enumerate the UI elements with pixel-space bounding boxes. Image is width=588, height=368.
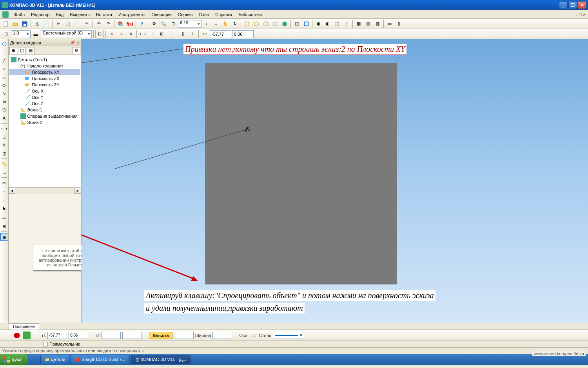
pin-icon[interactable]: 📌 bbox=[70, 40, 75, 45]
redo-icon[interactable]: ↷ bbox=[104, 20, 113, 28]
coord-y-input[interactable] bbox=[232, 30, 254, 38]
snap-mid-icon[interactable]: ⚬ bbox=[117, 30, 125, 38]
pan-icon[interactable]: ✋ bbox=[221, 20, 230, 28]
tree-axis-x[interactable]: Ось X bbox=[9, 88, 80, 94]
paste-icon[interactable]: 📄 bbox=[73, 20, 82, 28]
help-icon[interactable]: ? bbox=[138, 20, 146, 28]
apply-icon[interactable] bbox=[23, 332, 31, 339]
axis-toggle-icon[interactable]: ▢ bbox=[249, 331, 258, 340]
save-icon[interactable] bbox=[20, 20, 29, 28]
tree-tab-4[interactable]: ⚙ bbox=[73, 47, 80, 54]
circle-icon[interactable]: ○ bbox=[0, 65, 8, 73]
style-dropdown[interactable]: ▾ bbox=[273, 332, 304, 339]
view-shade-icon[interactable] bbox=[280, 20, 289, 28]
extend-icon[interactable]: → bbox=[0, 187, 8, 195]
menu-window[interactable]: Окно bbox=[196, 11, 212, 18]
tree-tab-2[interactable]: ◫ bbox=[18, 47, 26, 54]
scale-dropdown[interactable]: 1.0 bbox=[11, 30, 31, 38]
revolve-icon[interactable]: ◐ bbox=[323, 20, 332, 28]
undo-icon[interactable]: ↶ bbox=[94, 20, 103, 28]
input-t2y[interactable] bbox=[122, 332, 142, 339]
tree-sketch2[interactable]: 📐Эскиз:2 bbox=[9, 119, 80, 126]
constraint-icon[interactable]: ⊥ bbox=[0, 133, 8, 141]
library-icon[interactable]: 📚 bbox=[116, 20, 125, 28]
start-button[interactable]: пуск bbox=[0, 354, 28, 365]
close-button[interactable]: ✕ bbox=[578, 1, 586, 9]
rect-checkbox[interactable] bbox=[43, 342, 48, 346]
menu-select[interactable]: Выделить bbox=[67, 11, 93, 18]
tree-root[interactable]: Деталь (Тел-1) bbox=[9, 56, 80, 63]
orient-icon[interactable]: ◫ bbox=[292, 20, 301, 28]
extrude-icon[interactable]: ▣ bbox=[314, 20, 323, 28]
canvas[interactable]: Привязки нет,потому что ты строишь эскиз… bbox=[82, 39, 588, 323]
height-label[interactable]: Высота bbox=[149, 332, 172, 339]
menu-operations[interactable]: Операции bbox=[149, 11, 175, 18]
tool-a-icon[interactable]: ▦ bbox=[354, 20, 363, 28]
sketch-face[interactable] bbox=[205, 63, 397, 284]
fillet-icon[interactable]: ◟ bbox=[0, 195, 8, 203]
zoom-out-icon[interactable]: - bbox=[212, 20, 220, 28]
tool-e-icon[interactable]: ▯ bbox=[395, 20, 403, 28]
project-icon[interactable]: ▣ bbox=[0, 233, 8, 241]
coords-icon[interactable]: ⊹ bbox=[167, 30, 175, 38]
tool-c-icon[interactable]: ▥ bbox=[373, 20, 382, 28]
view-front-icon[interactable] bbox=[252, 20, 261, 28]
maximize-button[interactable]: ❐ bbox=[568, 1, 577, 9]
dim-panel-icon[interactable]: ⟷ bbox=[0, 125, 8, 133]
menu-help[interactable]: Справка bbox=[212, 11, 235, 18]
para-icon[interactable]: ∥ bbox=[179, 30, 187, 38]
menu-file[interactable]: Файл bbox=[11, 11, 28, 18]
cut-icon[interactable]: ✂ bbox=[54, 20, 63, 28]
tree-origin[interactable]: -(т) Начало координат bbox=[9, 63, 80, 69]
tree-axis-y[interactable]: Ось Y bbox=[9, 94, 80, 100]
rect-tab-label[interactable]: Прямоугольник bbox=[49, 342, 80, 346]
input-t1x[interactable] bbox=[47, 332, 67, 339]
input-t2x[interactable] bbox=[101, 332, 121, 339]
tree-plane-zy[interactable]: Плоскость ZY bbox=[9, 82, 80, 88]
mirror-icon[interactable]: ⇔ bbox=[0, 214, 8, 222]
tree-scrollbar[interactable]: ◄► bbox=[9, 187, 81, 194]
task-item-1[interactable]: 📁Детали bbox=[40, 355, 70, 364]
zoom-in-icon[interactable]: + bbox=[202, 20, 211, 28]
edit-icon[interactable]: ✎ bbox=[0, 141, 8, 149]
grid-icon[interactable]: ⊞ bbox=[157, 30, 166, 38]
snap-toggle-icon[interactable]: ⊡ bbox=[95, 30, 104, 38]
step-icon[interactable]: ⊞ bbox=[2, 30, 10, 38]
sweep-icon[interactable]: ⬚ bbox=[333, 20, 341, 28]
task-item-2[interactable]: 🔴SnagIt 10.0.0 Build 7... bbox=[71, 355, 129, 364]
sketch-icon[interactable] bbox=[302, 20, 310, 28]
measure-icon[interactable]: 📏 bbox=[0, 160, 8, 168]
zoom-input[interactable]: 6.19 bbox=[178, 20, 201, 28]
geometry-icon[interactable] bbox=[0, 40, 8, 48]
tree-extrude[interactable]: Операция выдавливания: bbox=[9, 113, 80, 119]
ellipse-icon[interactable]: ⬭ bbox=[0, 81, 8, 89]
perp-icon[interactable]: ⊥ bbox=[188, 30, 197, 38]
mdi-close[interactable]: × bbox=[583, 12, 586, 17]
menu-instruments[interactable]: Инструменты bbox=[115, 11, 149, 18]
view-iso-icon[interactable] bbox=[243, 20, 251, 28]
point-icon[interactable]: · bbox=[0, 48, 8, 56]
input-height[interactable] bbox=[174, 332, 194, 339]
zoom-window-icon[interactable]: 🔍 bbox=[159, 20, 168, 28]
tree-content[interactable]: Деталь (Тел-1) -(т) Начало координат Пло… bbox=[9, 55, 81, 187]
spline-icon[interactable]: ∿ bbox=[0, 89, 8, 97]
view-wire-icon[interactable] bbox=[261, 20, 270, 28]
menu-service[interactable]: Сервис bbox=[175, 11, 196, 18]
open-icon[interactable] bbox=[11, 20, 20, 28]
tree-plane-xy[interactable]: Плоскость XY bbox=[9, 69, 80, 75]
style-icon[interactable]: ▬ bbox=[31, 30, 40, 38]
dim-icon[interactable]: ⟷ bbox=[138, 30, 147, 38]
new-icon[interactable] bbox=[2, 20, 10, 28]
tool-b-icon[interactable]: ▤ bbox=[364, 20, 372, 28]
select-icon[interactable]: ▭ bbox=[0, 168, 8, 176]
param-icon[interactable]: ◫ bbox=[0, 149, 8, 157]
menu-libraries[interactable]: Библиотеки bbox=[235, 11, 265, 18]
mdi-restore[interactable]: □ bbox=[579, 12, 582, 17]
coord-x-input[interactable] bbox=[210, 30, 231, 38]
menu-view[interactable]: Вид bbox=[53, 11, 67, 18]
snap-int-icon[interactable]: ✕ bbox=[126, 30, 135, 38]
preview-icon[interactable]: 📄 bbox=[42, 20, 51, 28]
refresh-icon[interactable]: ⟳ bbox=[150, 20, 158, 28]
tree-axis-z[interactable]: Ось Z bbox=[9, 100, 80, 107]
ortho-icon[interactable]: ⊥ bbox=[148, 30, 156, 38]
